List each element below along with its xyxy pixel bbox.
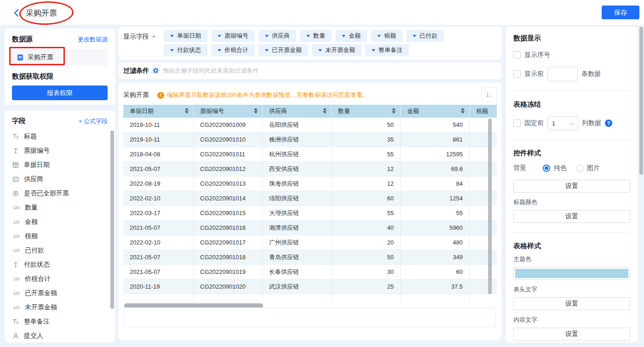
display-field-chip[interactable]: 单据日期 bbox=[164, 30, 207, 42]
chip-label: 税额 bbox=[384, 30, 396, 42]
background-set-button[interactable]: 设置 bbox=[513, 180, 630, 193]
number-icon: 123 bbox=[12, 305, 20, 310]
display-field-chip[interactable]: 未开票金额 bbox=[312, 44, 362, 56]
field-item[interactable]: 123价税合计 bbox=[5, 272, 115, 286]
help-icon[interactable]: ? bbox=[605, 119, 612, 127]
field-item[interactable]: 付款状态 bbox=[5, 257, 115, 272]
chip-label: 票据编号 bbox=[224, 30, 248, 42]
display-field-chip[interactable]: 付款状态 bbox=[164, 44, 207, 56]
gear-icon[interactable] bbox=[152, 67, 159, 74]
header-text-label: 表头文字 bbox=[513, 285, 630, 294]
header-text-set-button[interactable]: 设置 bbox=[513, 297, 630, 310]
field-item[interactable]: 123未开票金额 bbox=[5, 300, 115, 314]
field-item-label: 数量 bbox=[25, 204, 38, 212]
sort-arrows-icon[interactable] bbox=[392, 108, 396, 114]
content-text-set-button[interactable]: 设置 bbox=[513, 328, 630, 341]
permission-heading: 数据获取权限 bbox=[12, 72, 108, 81]
image-radio[interactable] bbox=[576, 165, 583, 172]
sort-arrows-icon[interactable] bbox=[323, 108, 327, 114]
image-label: 图片 bbox=[587, 164, 600, 172]
chip-row: 付款状态价税合计已开票金额未开票金额整单备注 bbox=[164, 44, 444, 56]
column-header[interactable]: 单据日期 bbox=[123, 105, 194, 118]
number-icon: 123 bbox=[12, 277, 20, 281]
show-index-checkbox[interactable] bbox=[513, 51, 521, 59]
table-vertical-scrollbar[interactable] bbox=[488, 119, 492, 294]
table-row: 2022-08-19CG20220901013珠海供应链1284 bbox=[123, 176, 497, 191]
field-item-label: 付款状态 bbox=[24, 261, 50, 269]
field-item[interactable]: 标题 bbox=[5, 129, 115, 143]
display-field-chip[interactable]: 价税合计 bbox=[211, 44, 255, 56]
field-item[interactable]: 是否已全部开票 bbox=[5, 186, 115, 200]
column-header[interactable]: 数量 bbox=[332, 105, 401, 118]
number-icon: 123 bbox=[12, 291, 20, 296]
table-header-row: 单据日期票据编号供应商数量金额税额 bbox=[123, 105, 497, 118]
page-title[interactable]: 采购开票 bbox=[26, 8, 57, 18]
column-header-label: 税额 bbox=[476, 108, 488, 114]
field-item[interactable]: 票据编号 bbox=[5, 143, 115, 158]
column-header[interactable]: 税额 bbox=[470, 105, 497, 118]
display-field-chip[interactable]: 金额 bbox=[335, 30, 367, 42]
field-item[interactable]: 整单备注 bbox=[5, 314, 115, 329]
display-field-chip[interactable]: 税额 bbox=[371, 30, 402, 42]
table-cell: 2022-02-10 bbox=[123, 235, 194, 250]
display-field-chip[interactable]: 整单备注 bbox=[365, 44, 409, 56]
table-cell bbox=[401, 294, 470, 302]
display-field-chip[interactable]: 票据编号 bbox=[211, 30, 255, 42]
title-color-set-button[interactable]: 设置 bbox=[513, 210, 630, 223]
table-cell: 岳阳供应链 bbox=[263, 118, 332, 132]
field-item[interactable]: 123金额 bbox=[5, 215, 115, 229]
document-icon bbox=[17, 54, 24, 61]
chip-label: 金额 bbox=[349, 30, 361, 42]
display-field-chip[interactable]: 已付款 bbox=[406, 30, 444, 42]
datasource-item[interactable]: 采购开票 bbox=[12, 49, 108, 66]
field-item[interactable]: 供应商 bbox=[5, 172, 115, 186]
field-item[interactable]: 123已开票金额 bbox=[5, 286, 115, 300]
column-header-label: 单据日期 bbox=[130, 108, 154, 114]
column-header[interactable]: 供应商 bbox=[263, 105, 332, 118]
field-item[interactable]: 单据日期 bbox=[5, 158, 115, 172]
filter-dropzone-placeholder[interactable]: 拖动左侧字段到此处来添加过滤条件 bbox=[163, 67, 259, 75]
column-header[interactable]: 票据编号 bbox=[194, 105, 263, 118]
row-count-input[interactable] bbox=[547, 67, 578, 81]
show-first-checkbox[interactable] bbox=[513, 70, 521, 78]
field-item-label: 价税合计 bbox=[25, 275, 51, 283]
caret-down-icon bbox=[170, 49, 174, 51]
table-row: 2019-10-11CG20220901010株洲供应链35861 bbox=[123, 132, 497, 147]
freeze-columns-select[interactable]: 1 bbox=[547, 116, 578, 130]
display-field-chip[interactable]: 已开票金额 bbox=[259, 44, 308, 56]
freeze-checkbox[interactable] bbox=[513, 119, 521, 127]
column-header[interactable]: 金额 bbox=[401, 105, 470, 118]
solid-color-radio[interactable] bbox=[543, 165, 550, 172]
table-cell: 长春供应链 bbox=[263, 265, 332, 279]
widget-style-heading: 控件样式 bbox=[513, 149, 630, 158]
save-button[interactable]: 保存 bbox=[602, 6, 639, 19]
table-cell: 2021-05-07 bbox=[123, 162, 194, 176]
change-datasource-link[interactable]: 更改数据源 bbox=[78, 35, 108, 44]
filter-card: 过滤条件 拖动左侧字段到此处来添加过滤条件 bbox=[119, 63, 501, 79]
field-item-label: 提交人 bbox=[24, 332, 43, 340]
sort-arrows-icon[interactable] bbox=[185, 108, 189, 114]
field-item[interactable]: 123已付款 bbox=[5, 243, 115, 257]
field-item-label: 已付款 bbox=[25, 246, 44, 255]
table-cell: 12 bbox=[332, 162, 401, 176]
sort-arrows-icon[interactable] bbox=[461, 108, 465, 114]
back-icon[interactable] bbox=[13, 8, 20, 19]
report-permission-button[interactable]: 报表权限 bbox=[12, 85, 108, 100]
table-body: 2019-10-11CG20220901009岳阳供应链505402019-10… bbox=[123, 118, 497, 302]
field-item[interactable]: 123数量 bbox=[5, 200, 115, 215]
table-row: 2021-05-07CG20220901016湘潭供应链405960 bbox=[123, 221, 497, 235]
add-field-icon[interactable]: + bbox=[152, 32, 156, 40]
field-item[interactable]: 123税额 bbox=[5, 229, 115, 243]
sort-settings-button[interactable]: 1↓ bbox=[481, 87, 497, 103]
display-field-chip[interactable]: 供应商 bbox=[259, 30, 296, 42]
add-formula-field-link[interactable]: + 公式字段 bbox=[79, 117, 108, 125]
fields-scrollbar[interactable] bbox=[110, 131, 114, 309]
page-scrollbar[interactable] bbox=[639, 27, 643, 175]
theme-color-swatch[interactable] bbox=[513, 267, 630, 280]
table-cell bbox=[470, 206, 497, 221]
field-item[interactable]: 提交人 bbox=[5, 329, 115, 342]
sort-arrows-icon[interactable] bbox=[254, 108, 258, 114]
table-row: 2021-05-07CG20220901019长春供应链3060 bbox=[123, 265, 497, 279]
display-field-chip[interactable]: 数量 bbox=[300, 30, 332, 42]
data-table: 单据日期票据编号供应商数量金额税额 2019-10-11CG2022090100… bbox=[123, 105, 497, 302]
